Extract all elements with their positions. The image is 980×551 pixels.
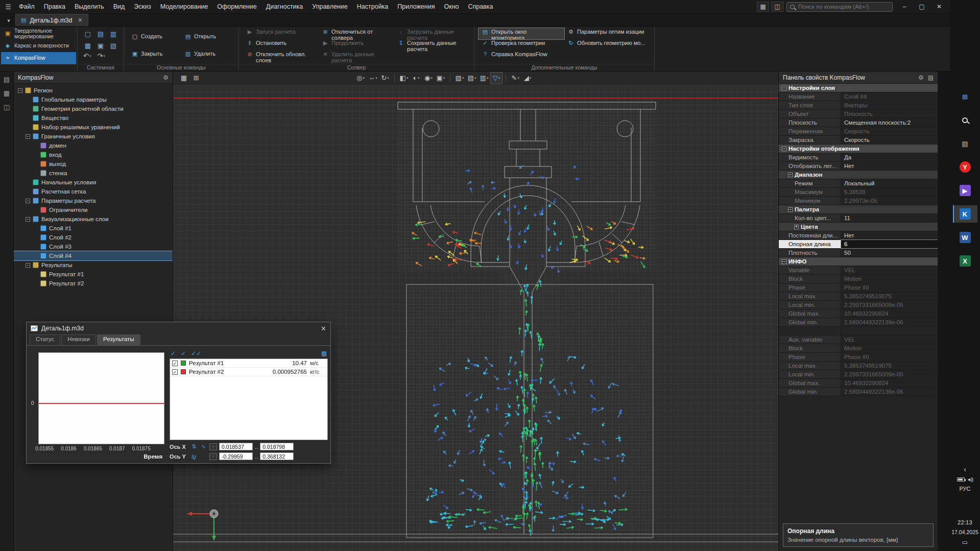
property-row[interactable]: − Настройки отображения [779, 145, 938, 153]
property-row[interactable]: Local max. 5.3853749519075 [779, 292, 938, 301]
monitor-tab[interactable]: Невязки [61, 334, 96, 345]
property-row[interactable]: − Диапазон [779, 171, 938, 179]
menu-file[interactable]: Файл [14, 0, 39, 14]
ms-excel[interactable]: X [953, 252, 977, 270]
docked-panel-params-icon[interactable]: ◫ [4, 103, 10, 111]
tree-item[interactable]: Глобальные параметры [14, 95, 173, 104]
property-row[interactable]: − ИНФО [779, 257, 938, 266]
expander-icon[interactable]: + [794, 225, 799, 229]
axis-x-max-field[interactable]: 0.018798 [260, 443, 294, 450]
file-explorer[interactable]: ▤ [953, 135, 977, 152]
tree-item[interactable]: Слой #3 [14, 242, 173, 251]
property-row[interactable]: Global max. 10.46932290824 [779, 309, 938, 318]
property-value[interactable]: 5.38538 [844, 189, 866, 195]
property-value[interactable]: VEL [844, 267, 855, 273]
monitoring-window[interactable]: Деталь1ф.m3d ✕ СтатусНевязкиРезультаты 0… [26, 322, 331, 464]
language-indicator[interactable]: РУС [959, 486, 970, 492]
copy-icon[interactable]: ▣ [94, 40, 107, 51]
checkbox[interactable]: ✓ [172, 369, 178, 375]
close-button[interactable]: ✕ [930, 1, 948, 13]
undo-button[interactable]: ↶▾ [82, 52, 92, 60]
property-value[interactable]: 10.46932290824 [844, 310, 888, 317]
pan-tool[interactable]: ⇔▾ [367, 73, 378, 84]
axis-x-options-button[interactable]: ▫ [209, 443, 217, 450]
property-row[interactable]: Кол-во цвет... 11 [779, 214, 938, 223]
property-row[interactable]: Постоянная дли... Нет [779, 231, 938, 240]
plot-area[interactable] [38, 352, 164, 444]
property-row[interactable]: − Настройки слоя [779, 84, 938, 92]
expander-icon[interactable]: − [782, 259, 786, 264]
apply-first-icon[interactable]: ✓ [171, 350, 176, 357]
property-value[interactable]: Векторы [844, 102, 867, 108]
shading-mode[interactable]: ◐▾ [411, 73, 422, 84]
measure-tool[interactable]: ◢▾ [522, 73, 533, 84]
apply-all-icon[interactable]: ✓✓ [191, 350, 201, 357]
log-scale-icon[interactable]: lg [190, 453, 198, 460]
display-mode[interactable]: ◧▾ [398, 73, 410, 84]
tab-close-icon[interactable]: ✕ [76, 17, 82, 23]
property-value[interactable]: 6 [844, 241, 847, 247]
monitor-tab[interactable]: Статус [30, 334, 60, 345]
docked-panel-tree-icon[interactable]: ▤ [4, 76, 10, 83]
property-value[interactable]: Скорость [844, 137, 870, 143]
orbit-tool[interactable]: ↻▾ [379, 73, 391, 84]
tree-item[interactable]: Граничные условия [14, 132, 173, 141]
3d-viewport[interactable]: ▦⊞ ◎▾ ⇔▾ ↻▾ [173, 71, 778, 551]
property-row[interactable]: Global min. 2.5800449322139e-06 [779, 318, 938, 327]
menu-settings[interactable]: Настройка [352, 0, 393, 14]
tree-item[interactable]: Набор решаемых уравнений [14, 123, 173, 132]
grid-toggle-icon[interactable]: ▦ [178, 73, 189, 84]
property-value[interactable]: 5.3853749519075 [844, 293, 892, 299]
property-row[interactable]: Плоскость Смещенная плоскость:2 [779, 118, 938, 127]
expander-icon[interactable]: − [782, 147, 786, 151]
property-row[interactable]: Local min. 2.2997331665009e-05 [779, 370, 938, 379]
mode-wireframe-surfaces[interactable]: ◈ Каркас и поверхности [1, 40, 76, 52]
property-value[interactable]: Локальный [844, 180, 874, 186]
search-input[interactable] [797, 3, 889, 10]
property-value[interactable]: Phase #0 [844, 354, 869, 360]
property-row[interactable]: Минимум 2.29973e-05 [779, 197, 938, 205]
axis-autoscale-icon[interactable]: ⇅ [190, 443, 198, 450]
tree-expander-icon[interactable] [26, 199, 30, 203]
property-row[interactable] [779, 327, 938, 336]
axis-y-max-field[interactable]: 0.368132 [260, 452, 294, 460]
tree-item[interactable]: выход [14, 159, 173, 169]
property-value[interactable]: Motion [844, 345, 862, 351]
run-calculation-button[interactable]: ▶ Запуск расчета [243, 28, 319, 39]
file-save-icon[interactable]: ▥ [107, 28, 119, 39]
property-value[interactable]: Скорость [844, 128, 870, 134]
property-value[interactable]: Плоскость [844, 111, 873, 117]
disconnect-solver-button[interactable]: ⊗ Отключиться от солвера [319, 28, 394, 39]
layer-filter[interactable]: ▽▾ [491, 73, 502, 84]
start-button[interactable]: ⊞ [953, 88, 977, 105]
tree-item[interactable]: домен [14, 141, 173, 150]
docked-panel-layers-icon[interactable]: ▦ [4, 89, 10, 97]
property-value[interactable]: Нет [844, 232, 854, 238]
maximize-button[interactable]: ▢ [913, 1, 930, 13]
delete-calc-data-button[interactable]: ✕ Удалить данные расчета [319, 51, 394, 62]
tray-expand-chevron[interactable]: ‹ [964, 465, 966, 473]
minimize-button[interactable]: – [896, 1, 913, 13]
property-row[interactable]: Phase Phase #0 [779, 283, 938, 292]
monitor-titlebar[interactable]: Деталь1ф.m3d ✕ [27, 322, 330, 334]
clipboard-view[interactable]: ▥▾ [479, 73, 490, 84]
menu-modeling[interactable]: Моделирование [156, 0, 213, 14]
battery-icon[interactable] [957, 477, 965, 482]
probe-tool[interactable]: ✎▾ [510, 73, 521, 84]
property-row[interactable]: Block Motion [779, 344, 938, 353]
menu-applications[interactable]: Приложения [393, 0, 439, 14]
tree-item[interactable]: Начальные условия [14, 178, 173, 187]
result-row[interactable]: ✓ Результат #1 10.47 м/с [170, 359, 327, 368]
tree-item[interactable]: стенка [14, 169, 173, 178]
tree-item[interactable]: Геометрия расчетной области [14, 104, 173, 113]
property-value[interactable]: Смещенная плоскость:2 [844, 119, 911, 126]
property-value[interactable]: Phase #0 [844, 284, 869, 291]
hide-objects[interactable]: ◉▾ [423, 73, 434, 84]
property-value[interactable]: 5.3853749519075 [844, 363, 892, 369]
tree-item[interactable]: Параметры расчета [14, 196, 173, 205]
mode-solid-modeling[interactable]: ▣ Твердотельное моделирование [1, 28, 76, 40]
search-button[interactable] [953, 111, 977, 129]
open-monitor-window-button[interactable]: ▤ Открыть окно мониторинга [479, 28, 564, 39]
clip-section[interactable]: ▧▾ [454, 73, 465, 84]
tree-item[interactable]: Результат #2 [14, 279, 173, 288]
